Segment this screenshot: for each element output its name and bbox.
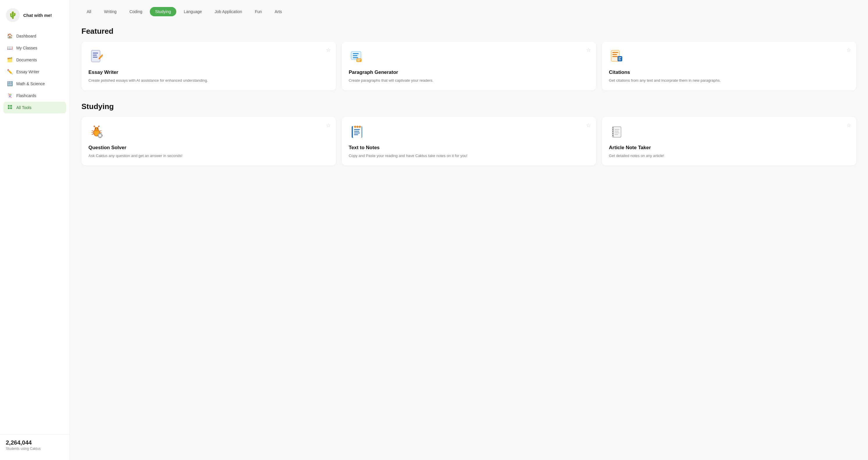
folder-icon: 🗂️ xyxy=(7,57,13,63)
svg-rect-62 xyxy=(615,134,618,135)
tab-job-application[interactable]: Job Application xyxy=(210,7,247,16)
sidebar-item-flashcards[interactable]: 🃏 Flashcards xyxy=(3,90,66,101)
favorite-question-solver[interactable]: ☆ xyxy=(326,122,331,129)
svg-point-55 xyxy=(612,129,614,131)
svg-rect-1 xyxy=(10,105,12,107)
sidebar-item-documents[interactable]: 🗂️ Documents xyxy=(3,54,66,65)
sidebar: 🌵 Chat with me! 🏠 Dashboard 📖 My Classes… xyxy=(0,0,70,460)
studying-cards-grid: ☆ xyxy=(82,117,856,166)
tab-coding[interactable]: Coding xyxy=(124,7,148,16)
citations-icon xyxy=(609,48,625,65)
svg-rect-41 xyxy=(97,135,99,136)
sidebar-item-my-classes[interactable]: 📖 My Classes xyxy=(3,42,66,54)
svg-rect-9 xyxy=(353,53,359,54)
question-solver-icon xyxy=(88,124,105,140)
svg-rect-12 xyxy=(356,59,362,62)
favorite-text-to-notes[interactable]: ☆ xyxy=(586,122,591,129)
essay-writer-title: Essay Writer xyxy=(88,69,329,75)
tab-writing[interactable]: Writing xyxy=(99,7,122,16)
pencil-icon: ✏️ xyxy=(7,69,13,74)
featured-cards-grid: ☆ Essay Writer Create polished essays wi… xyxy=(82,41,856,91)
svg-point-24 xyxy=(95,127,98,131)
svg-point-38 xyxy=(99,134,101,137)
sidebar-label-flashcards: Flashcards xyxy=(16,93,36,98)
sidebar-label-documents: Documents xyxy=(16,58,37,62)
citations-title: Citations xyxy=(609,69,849,75)
svg-rect-0 xyxy=(8,105,9,107)
sidebar-label-all-tools: All Tools xyxy=(16,105,31,110)
grid-icon xyxy=(7,105,13,110)
sidebar-stats: 2,264,044 Students using Caktus xyxy=(0,434,69,455)
svg-line-33 xyxy=(92,134,94,135)
svg-point-58 xyxy=(612,135,614,137)
sidebar-nav: 🏠 Dashboard 📖 My Classes 🗂️ Documents ✏️… xyxy=(0,28,69,434)
favorite-article-note-taker[interactable]: ☆ xyxy=(846,122,851,129)
sidebar-item-dashboard[interactable]: 🏠 Dashboard xyxy=(3,30,66,41)
sidebar-label-dashboard: Dashboard xyxy=(16,34,36,38)
svg-rect-4 xyxy=(91,50,100,62)
favorite-essay-writer[interactable]: ☆ xyxy=(326,47,331,53)
studying-section: Studying ☆ xyxy=(82,102,856,166)
tab-fun[interactable]: Fun xyxy=(250,7,267,16)
article-note-taker-desc: Get detailed notes on any article! xyxy=(609,153,849,159)
svg-line-34 xyxy=(99,131,101,131)
question-solver-desc: Ask Caktus any question and get an answe… xyxy=(88,153,329,159)
svg-point-29 xyxy=(94,126,95,127)
svg-line-31 xyxy=(92,131,94,131)
card-article-note-taker[interactable]: ☆ xyxy=(602,117,856,166)
svg-rect-59 xyxy=(615,129,619,130)
calculator-icon: 🔢 xyxy=(7,81,13,86)
book-icon: 📖 xyxy=(7,45,13,51)
svg-rect-18 xyxy=(612,56,618,57)
logo-area[interactable]: 🌵 Chat with me! xyxy=(0,5,69,28)
svg-rect-52 xyxy=(613,127,621,137)
svg-point-30 xyxy=(98,126,99,127)
sidebar-item-math-science[interactable]: 🔢 Math & Science xyxy=(3,78,66,89)
tab-arts[interactable]: Arts xyxy=(269,7,287,16)
svg-point-57 xyxy=(612,133,614,135)
citations-desc: Get citations from any text and incorpra… xyxy=(609,78,849,84)
favorite-paragraph-generator[interactable]: ☆ xyxy=(586,47,591,53)
svg-rect-7 xyxy=(93,57,97,58)
stats-number: 2,264,044 xyxy=(6,439,64,446)
svg-rect-48 xyxy=(354,134,358,135)
card-essay-writer[interactable]: ☆ Essay Writer Create polished essays wi… xyxy=(82,41,336,91)
svg-point-56 xyxy=(612,131,614,133)
svg-rect-3 xyxy=(10,107,12,109)
svg-rect-20 xyxy=(618,57,621,58)
svg-rect-10 xyxy=(353,55,358,56)
card-text-to-notes[interactable]: ☆ xyxy=(342,117,596,166)
svg-point-25 xyxy=(95,128,96,129)
article-note-taker-title: Article Note Taker xyxy=(609,145,849,151)
svg-rect-42 xyxy=(101,135,103,136)
svg-rect-46 xyxy=(354,131,359,132)
tab-all[interactable]: All xyxy=(82,7,97,16)
sidebar-label-math-science: Math & Science xyxy=(16,81,45,86)
svg-point-51 xyxy=(359,126,361,128)
favorite-citations[interactable]: ☆ xyxy=(846,47,851,53)
sidebar-item-essay-writer[interactable]: ✏️ Essay Writer xyxy=(3,66,66,77)
top-nav: All Writing Coding Studying Language Job… xyxy=(82,7,856,16)
card-question-solver[interactable]: ☆ xyxy=(82,117,336,166)
svg-rect-5 xyxy=(93,53,98,54)
card-citations[interactable]: ☆ Citations Get citations from any text xyxy=(602,41,856,91)
sidebar-item-all-tools[interactable]: All Tools xyxy=(3,102,66,113)
svg-rect-40 xyxy=(100,137,100,138)
studying-title: Studying xyxy=(82,102,856,111)
svg-rect-13 xyxy=(357,59,361,60)
svg-rect-44 xyxy=(353,126,362,138)
tab-language[interactable]: Language xyxy=(179,7,207,16)
card-paragraph-generator[interactable]: ☆ Paragraph Generator Create paragraphs … xyxy=(342,41,596,91)
svg-point-26 xyxy=(97,128,98,129)
paragraph-generator-title: Paragraph Generator xyxy=(349,69,589,75)
svg-rect-21 xyxy=(618,59,620,59)
svg-rect-17 xyxy=(612,54,617,55)
tab-studying[interactable]: Studying xyxy=(150,7,176,16)
svg-rect-22 xyxy=(618,60,621,60)
svg-point-49 xyxy=(354,126,356,128)
question-solver-title: Question Solver xyxy=(88,145,329,151)
svg-rect-16 xyxy=(612,52,618,53)
logo-label: Chat with me! xyxy=(23,13,52,18)
paragraph-generator-desc: Create paragraphs that will captivate yo… xyxy=(349,78,589,84)
home-icon: 🏠 xyxy=(7,33,13,39)
